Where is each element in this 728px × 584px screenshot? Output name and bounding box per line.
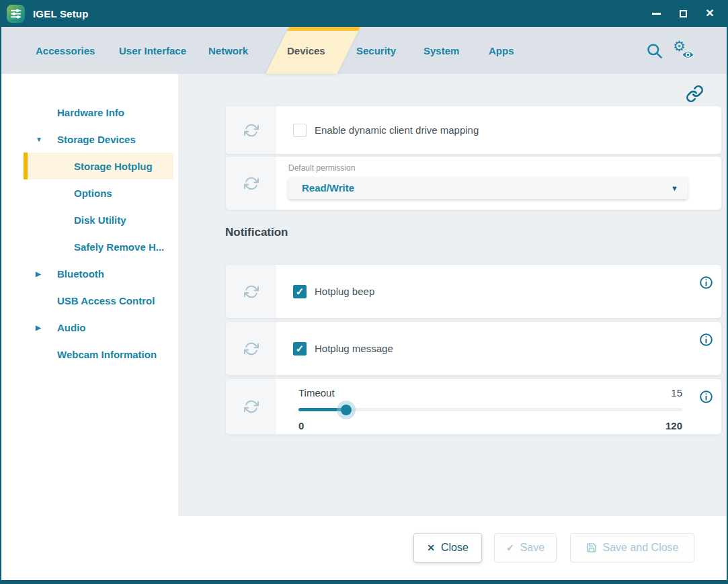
window-controls: ✕ <box>650 7 716 19</box>
timeout-slider-handle[interactable] <box>341 405 352 415</box>
close-icon: ✕ <box>705 8 714 19</box>
hotplug-message-checkbox[interactable] <box>293 342 307 356</box>
setting-row-timeout: Timeout 15 0 120 <box>225 378 722 435</box>
sidebar-item-disk-utility[interactable]: Disk Utility <box>1 206 178 233</box>
timeout-label: Timeout <box>298 387 335 399</box>
setup-admin-button[interactable]: ⚙ <box>673 41 693 60</box>
tab-bar: Accessories User Interface Network Devic… <box>0 27 728 74</box>
close-window-button[interactable]: ✕ <box>704 7 716 19</box>
refresh-icon <box>244 284 259 299</box>
reset-parameter-button[interactable] <box>226 265 276 318</box>
timeout-min: 0 <box>298 420 304 431</box>
eye-icon <box>682 50 694 59</box>
window-border-bottom <box>0 580 728 584</box>
section-title-notification: Notification <box>225 226 288 239</box>
sidebar-item-options[interactable]: Options <box>1 179 178 206</box>
minimize-button[interactable] <box>650 7 662 19</box>
dynamic-mapping-checkbox[interactable] <box>293 124 307 137</box>
search-button[interactable] <box>645 42 663 60</box>
search-icon <box>645 42 663 60</box>
hotplug-beep-label: Hotplug beep <box>315 286 374 297</box>
sidebar-item-hardware-info[interactable]: Hardware Info <box>1 99 178 126</box>
close-button[interactable]: ✕ Close <box>413 533 482 562</box>
default-permission-label: Default permission <box>288 163 688 173</box>
info-icon <box>699 333 713 347</box>
floppy-save-icon <box>586 542 597 553</box>
sidebar-item-audio[interactable]: ▶Audio <box>1 314 178 341</box>
maximize-button[interactable] <box>677 7 689 19</box>
timeout-value: 15 <box>671 387 682 399</box>
info-icon <box>699 276 713 290</box>
chevron-right-icon[interactable]: ▶ <box>36 324 41 331</box>
refresh-icon <box>244 176 259 191</box>
sidebar-item-usb-access-control[interactable]: USB Access Control <box>1 287 178 314</box>
minimize-icon <box>652 13 661 15</box>
sidebar-item-storage-hotplug[interactable]: Storage Hotplug <box>24 153 173 179</box>
reset-parameter-button[interactable] <box>226 106 276 154</box>
sidebar-item-storage-devices[interactable]: ▼Storage Devices <box>1 126 178 153</box>
window-border-left <box>0 27 1 584</box>
titlebar: IGEL Setup ✕ <box>0 0 728 27</box>
chevron-down-icon[interactable]: ▼ <box>36 136 42 143</box>
tab-network[interactable]: Network <box>208 27 248 74</box>
timeout-slider-fill <box>298 408 346 411</box>
setting-row-dynamic-mapping: Enable dynamic client drive mapping <box>225 106 722 155</box>
info-tooltip-button[interactable] <box>699 333 713 349</box>
refresh-icon <box>244 341 259 356</box>
tab-system[interactable]: System <box>423 27 459 74</box>
hotplug-beep-checkbox[interactable] <box>293 285 307 298</box>
reset-parameter-button[interactable] <box>226 322 276 375</box>
setting-row-hotplug-message: Hotplug message <box>225 321 722 376</box>
setting-row-default-permission: Default permission Read/Write ▼ <box>225 156 722 210</box>
tab-user-interface[interactable]: User Interface <box>119 27 186 74</box>
save-and-close-button[interactable]: Save and Close <box>570 533 694 562</box>
sidebar-item-safely-remove[interactable]: Safely Remove H... <box>1 233 178 260</box>
reset-parameter-button[interactable] <box>226 157 276 210</box>
sidebar-item-webcam-information[interactable]: Webcam Information <box>1 341 178 368</box>
tab-devices[interactable]: Devices <box>287 27 325 74</box>
window-title: IGEL Setup <box>33 8 89 19</box>
timeout-slider[interactable] <box>298 408 682 411</box>
tab-security[interactable]: Security <box>356 27 396 74</box>
link-icon <box>686 85 704 103</box>
info-tooltip-button[interactable] <box>699 390 713 407</box>
save-button[interactable]: ✓ Save <box>494 533 557 562</box>
refresh-icon <box>244 123 259 138</box>
igel-app-icon <box>7 5 25 23</box>
tab-apps[interactable]: Apps <box>489 27 514 74</box>
tab-accessories[interactable]: Accessories <box>36 27 95 74</box>
check-icon: ✓ <box>506 543 514 552</box>
copy-link-button[interactable] <box>686 85 704 106</box>
info-icon <box>699 390 713 404</box>
chevron-right-icon[interactable]: ▶ <box>36 270 41 278</box>
default-permission-value: Read/Write <box>302 182 354 194</box>
igel-setup-window: IGEL Setup ✕ Accessories User Interface … <box>0 0 728 584</box>
chevron-down-icon: ▼ <box>671 184 678 192</box>
setting-row-hotplug-beep: Hotplug beep <box>225 264 722 319</box>
dynamic-mapping-label: Enable dynamic client drive mapping <box>315 124 479 136</box>
reset-parameter-button[interactable] <box>226 379 276 434</box>
sidebar-item-bluetooth[interactable]: ▶Bluetooth <box>1 260 178 287</box>
maximize-icon <box>680 10 687 17</box>
refresh-icon <box>244 399 259 414</box>
close-x-icon: ✕ <box>427 543 435 552</box>
default-permission-select[interactable]: Read/Write ▼ <box>288 177 688 199</box>
footer-bar: ✕ Close ✓ Save Save and Close <box>0 516 728 580</box>
sidebar-nav: Hardware Info ▼Storage Devices Storage H… <box>1 74 178 516</box>
info-tooltip-button[interactable] <box>699 276 713 292</box>
hotplug-message-label: Hotplug message <box>315 343 393 354</box>
timeout-max: 120 <box>665 420 682 431</box>
